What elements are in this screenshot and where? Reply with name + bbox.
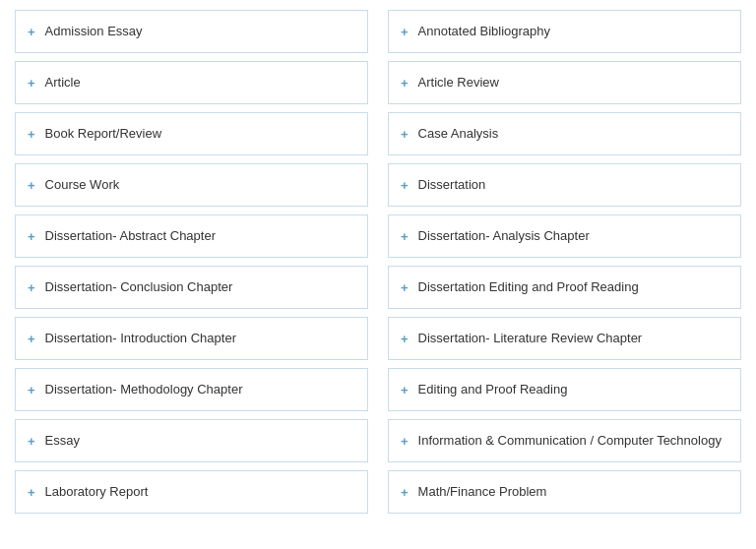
plus-icon: + <box>401 127 409 142</box>
plus-icon: + <box>28 178 35 193</box>
plus-icon: + <box>401 332 409 346</box>
item-label: Article <box>45 75 81 92</box>
list-item-editing-proof-reading[interactable]: + Editing and Proof Reading <box>388 368 741 411</box>
list-item-dissertation-abstract-chapter[interactable]: + Dissertation- Abstract Chapter <box>15 214 368 258</box>
list-item-dissertation-editing-proof-reading[interactable]: + Dissertation Editing and Proof Reading <box>388 266 741 309</box>
plus-icon: + <box>401 178 409 193</box>
plus-icon: + <box>401 485 409 500</box>
plus-icon: + <box>401 229 409 244</box>
list-item-annotated-bibliography[interactable]: + Annotated Bibliography <box>388 10 741 53</box>
plus-icon: + <box>401 434 409 449</box>
plus-icon: + <box>28 25 35 39</box>
item-label: Editing and Proof Reading <box>418 382 568 398</box>
item-label: Essay <box>45 433 80 450</box>
item-label: Math/Finance Problem <box>418 484 547 501</box>
item-label: Dissertation- Methodology Chapter <box>45 382 243 398</box>
list-item-article[interactable]: + Article <box>15 61 368 104</box>
item-label: Laboratory Report <box>45 484 149 501</box>
list-item-admission-essay[interactable]: + Admission Essay <box>15 10 368 53</box>
item-label: Dissertation- Introduction Chapter <box>45 331 236 347</box>
item-label: Dissertation- Conclusion Chapter <box>45 279 233 296</box>
list-item-case-analysis[interactable]: + Case Analysis <box>388 112 741 155</box>
item-label: Dissertation Editing and Proof Reading <box>418 279 639 296</box>
item-label: Book Report/Review <box>45 126 162 143</box>
plus-icon: + <box>28 332 35 346</box>
list-item-dissertation-literature-review-chapter[interactable]: + Dissertation- Literature Review Chapte… <box>388 317 741 360</box>
item-label: Course Work <box>45 177 120 194</box>
item-label: Dissertation- Analysis Chapter <box>418 228 590 245</box>
list-item-dissertation-methodology-chapter[interactable]: + Dissertation- Methodology Chapter <box>15 368 368 411</box>
item-label: Dissertation- Literature Review Chapter <box>418 331 643 347</box>
list-item-book-report-review[interactable]: + Book Report/Review <box>15 112 368 155</box>
plus-icon: + <box>401 25 409 39</box>
list-item-laboratory-report[interactable]: + Laboratory Report <box>15 470 368 514</box>
list-item-math-finance-problem[interactable]: + Math/Finance Problem <box>388 470 741 514</box>
list-item-dissertation[interactable]: + Dissertation <box>388 163 741 207</box>
list-item-dissertation-conclusion-chapter[interactable]: + Dissertation- Conclusion Chapter <box>15 266 368 309</box>
item-label: Annotated Bibliography <box>418 24 550 40</box>
plus-icon: + <box>401 280 409 295</box>
items-grid: + Admission Essay + Annotated Bibliograp… <box>15 10 741 514</box>
item-label: Admission Essay <box>45 24 143 40</box>
item-label: Article Review <box>418 75 499 92</box>
plus-icon: + <box>28 383 35 397</box>
item-label: Case Analysis <box>418 126 499 143</box>
list-item-course-work[interactable]: + Course Work <box>15 163 368 207</box>
plus-icon: + <box>28 280 35 295</box>
plus-icon: + <box>28 127 35 142</box>
list-item-article-review[interactable]: + Article Review <box>388 61 741 104</box>
list-item-essay[interactable]: + Essay <box>15 419 368 462</box>
plus-icon: + <box>28 434 35 449</box>
item-label: Information & Communication / Computer T… <box>418 433 722 450</box>
list-item-information-communication-computer-technology[interactable]: + Information & Communication / Computer… <box>388 419 741 462</box>
plus-icon: + <box>28 485 35 500</box>
item-label: Dissertation- Abstract Chapter <box>45 228 216 245</box>
plus-icon: + <box>28 76 35 91</box>
list-item-dissertation-analysis-chapter[interactable]: + Dissertation- Analysis Chapter <box>388 214 741 258</box>
plus-icon: + <box>401 76 409 91</box>
list-item-dissertation-introduction-chapter[interactable]: + Dissertation- Introduction Chapter <box>15 317 368 360</box>
plus-icon: + <box>401 383 409 397</box>
plus-icon: + <box>28 229 35 244</box>
item-label: Dissertation <box>418 177 486 194</box>
